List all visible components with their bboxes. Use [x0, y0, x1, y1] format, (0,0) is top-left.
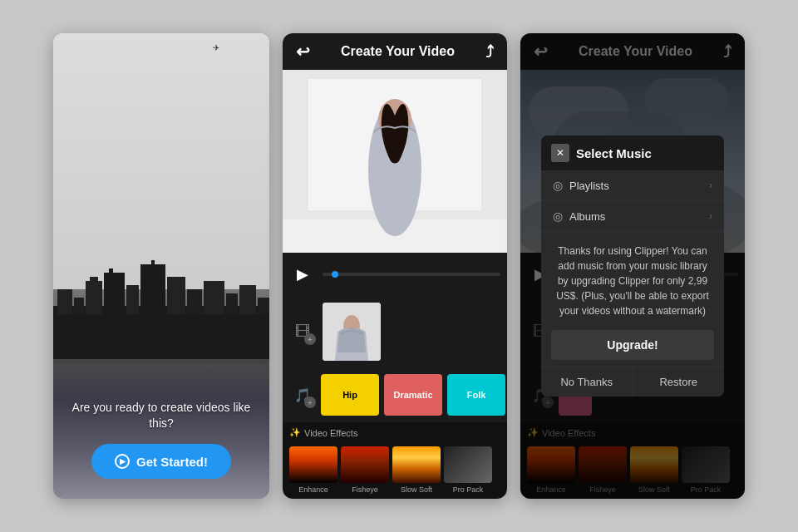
music-add-badge-2: +: [304, 397, 316, 408]
effect-name-slowsoft-2: Slow Soft: [392, 485, 441, 494]
svg-rect-11: [187, 289, 202, 314]
modal-playlists-left: ◎ Playlists: [553, 179, 609, 192]
playlists-icon: ◎: [553, 179, 563, 192]
effects-row-2: Enhance Fisheye Slow Soft Pro Pack: [283, 443, 507, 499]
timeline-bar-2[interactable]: [323, 273, 500, 276]
timeline-area-2: ▶: [283, 253, 507, 296]
albums-arrow-icon: ›: [709, 210, 712, 222]
music-tile-label-dramatic: Dramatic: [393, 390, 432, 400]
effects-label-text-2: Video Effects: [304, 428, 357, 438]
svg-rect-5: [104, 273, 125, 314]
svg-rect-3: [86, 281, 102, 314]
music-tile-hip[interactable]: Hip: [321, 374, 379, 416]
modal-bottom-buttons: No Thanks Restore: [541, 367, 724, 397]
playlists-label: Playlists: [569, 180, 609, 192]
effect-thumb-fisheye-2: [341, 446, 389, 483]
screens-container: ✈: [0, 0, 798, 532]
music-tile-label-hip: Hip: [342, 390, 357, 400]
svg-rect-9: [151, 260, 155, 267]
screen-3: ↩ Create Your Video ⤴ ▶: [520, 33, 745, 499]
share-button-2[interactable]: ⤴: [485, 42, 494, 62]
effect-name-fisheye-2: Fisheye: [341, 485, 389, 494]
city-skyline: [53, 256, 269, 364]
effect-thumb-propak-2: [444, 446, 492, 483]
add-clip-button-2[interactable]: 🎞 +: [289, 318, 316, 345]
play-button-2[interactable]: ▶: [289, 261, 316, 288]
app-header-2: ↩ Create Your Video ⤴: [283, 33, 507, 70]
music-area-2: 🎵 + Hip Dramatic Folk: [283, 367, 507, 422]
svg-rect-14: [239, 285, 256, 314]
no-thanks-button[interactable]: No Thanks: [541, 367, 633, 397]
svg-rect-0: [53, 306, 269, 364]
music-tile-dramatic[interactable]: Dramatic: [384, 374, 442, 416]
restore-button[interactable]: Restore: [633, 367, 725, 397]
modal-albums-left: ◎ Albums: [553, 209, 605, 223]
tagline-text: Are you ready to create videos like this…: [66, 400, 256, 432]
city-text-area: Are you ready to create videos like this…: [53, 387, 269, 499]
svg-rect-10: [167, 277, 185, 314]
effect-thumb-enhance-2: [289, 446, 337, 483]
svg-rect-12: [204, 281, 224, 314]
get-started-label: Get Started!: [136, 455, 208, 469]
timeline-progress-2: [332, 271, 338, 278]
screen-1: ✈: [53, 33, 269, 499]
get-started-button[interactable]: ▶ Get Started!: [91, 444, 231, 479]
effect-slowsoft-2[interactable]: Slow Soft: [392, 446, 441, 494]
upgrade-button[interactable]: Upgrade!: [551, 330, 714, 360]
video-effects-label-2: ✨ Video Effects: [283, 422, 507, 443]
svg-rect-1: [57, 289, 72, 314]
modal-playlists-item[interactable]: ◎ Playlists ›: [541, 170, 724, 201]
modal-albums-item[interactable]: ◎ Albums ›: [541, 201, 724, 232]
effect-fisheye-2[interactable]: Fisheye: [341, 446, 389, 494]
svg-rect-15: [258, 298, 269, 314]
svg-rect-4: [90, 277, 98, 285]
play-circle-icon: ▶: [115, 454, 130, 469]
header-title-2: Create Your Video: [341, 44, 455, 59]
fashion-figure: [283, 70, 507, 253]
modal-overlay: ✕ Select Music ◎ Playlists › ◎ A: [520, 33, 745, 499]
svg-rect-6: [109, 268, 113, 275]
albums-icon: ◎: [553, 209, 563, 223]
add-badge-2: +: [304, 333, 316, 345]
svg-rect-13: [226, 293, 238, 314]
effect-propak-2[interactable]: Pro Pack: [444, 446, 492, 494]
effect-name-enhance-2: Enhance: [289, 485, 337, 494]
clip-thumbnail-2[interactable]: [323, 303, 381, 361]
svg-rect-8: [140, 264, 165, 314]
add-music-button-2[interactable]: 🎵 +: [289, 382, 316, 408]
music-tile-folk[interactable]: Folk: [447, 374, 505, 416]
effect-thumb-slowsoft-2: [392, 446, 441, 483]
sky-background: [53, 33, 269, 289]
effect-name-propak-2: Pro Pack: [444, 485, 492, 494]
close-icon: ✕: [556, 147, 564, 159]
clips-area-2: 🎞 +: [283, 296, 507, 367]
modal-title: Select Music: [576, 146, 652, 160]
svg-rect-7: [126, 285, 139, 314]
modal-close-button[interactable]: ✕: [551, 144, 569, 162]
select-music-modal: ✕ Select Music ◎ Playlists › ◎ A: [541, 135, 724, 397]
effects-icon-2: ✨: [289, 427, 301, 438]
video-preview-2: [283, 70, 507, 253]
svg-rect-2: [74, 298, 84, 314]
music-tile-label-folk: Folk: [467, 390, 486, 400]
modal-message: Thanks for using Clipper! You can add mu…: [541, 232, 724, 330]
back-button-2[interactable]: ↩: [296, 42, 310, 62]
screen-2: ↩ Create Your Video ⤴: [283, 33, 507, 499]
helicopter-icon: ✈: [213, 43, 219, 52]
playlists-arrow-icon: ›: [709, 180, 712, 191]
effect-enhance-2[interactable]: Enhance: [289, 446, 337, 494]
modal-header: ✕ Select Music: [541, 135, 724, 170]
albums-label: Albums: [569, 210, 605, 223]
